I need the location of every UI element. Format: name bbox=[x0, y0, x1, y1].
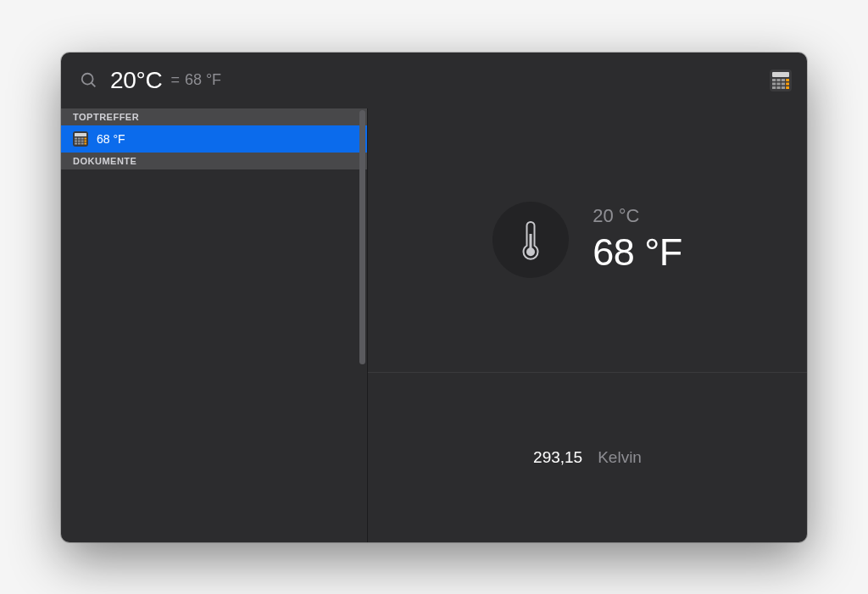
thermometer-icon-circle bbox=[492, 202, 569, 278]
svg-rect-20 bbox=[81, 137, 84, 139]
svg-rect-18 bbox=[75, 137, 77, 139]
svg-rect-12 bbox=[772, 86, 776, 89]
svg-rect-9 bbox=[776, 82, 780, 85]
thermometer-icon bbox=[520, 219, 541, 261]
calculator-app-icon bbox=[770, 69, 792, 92]
search-query-text[interactable]: 20°C bbox=[110, 67, 162, 94]
svg-rect-19 bbox=[78, 137, 81, 139]
preview-additional-conversion: 293,15 Kelvin bbox=[368, 373, 807, 542]
search-bar[interactable]: 20°C = 68 °F bbox=[61, 53, 807, 108]
svg-rect-22 bbox=[75, 140, 77, 142]
svg-rect-5 bbox=[776, 79, 780, 81]
result-item-label: 68 °F bbox=[97, 132, 125, 146]
kelvin-value: 293,15 bbox=[533, 448, 582, 467]
svg-rect-10 bbox=[782, 82, 785, 85]
section-header-toptreffer: TOPTREFFER bbox=[61, 108, 367, 125]
svg-rect-7 bbox=[786, 79, 789, 81]
svg-point-0 bbox=[82, 73, 93, 84]
input-temperature: 20 °C bbox=[593, 205, 682, 227]
svg-rect-17 bbox=[75, 133, 86, 136]
svg-rect-15 bbox=[786, 86, 789, 89]
preview-panel: 20 °C 68 °F 293,15 Kelvin bbox=[368, 108, 807, 542]
svg-rect-14 bbox=[782, 86, 785, 89]
output-temperature: 68 °F bbox=[593, 230, 682, 275]
result-item-top-hit[interactable]: 68 °F bbox=[61, 125, 367, 153]
svg-rect-6 bbox=[782, 79, 785, 81]
svg-rect-3 bbox=[772, 72, 789, 77]
preview-main-conversion: 20 °C 68 °F bbox=[368, 108, 807, 373]
calculator-icon bbox=[73, 131, 88, 147]
svg-rect-27 bbox=[78, 142, 81, 144]
search-icon bbox=[80, 71, 98, 90]
svg-rect-31 bbox=[530, 234, 532, 251]
svg-rect-26 bbox=[75, 142, 77, 144]
svg-rect-21 bbox=[84, 137, 86, 139]
kelvin-unit-label: Kelvin bbox=[598, 448, 642, 467]
svg-rect-29 bbox=[84, 142, 86, 144]
spotlight-window: 20°C = 68 °F TOPTREFFER bbox=[61, 53, 807, 542]
svg-rect-24 bbox=[81, 140, 84, 142]
section-header-dokumente: DOKUMENTE bbox=[61, 153, 367, 169]
search-inline-result: 68 °F bbox=[185, 71, 221, 89]
results-sidebar: TOPTREFFER bbox=[61, 108, 368, 542]
svg-line-1 bbox=[92, 82, 96, 86]
svg-rect-13 bbox=[776, 86, 780, 89]
sidebar-scrollbar[interactable] bbox=[359, 110, 365, 364]
svg-rect-28 bbox=[81, 142, 84, 144]
svg-rect-8 bbox=[772, 82, 776, 85]
svg-rect-4 bbox=[772, 79, 776, 81]
content-area: TOPTREFFER bbox=[61, 108, 807, 542]
search-equals-symbol: = bbox=[170, 71, 180, 89]
svg-rect-23 bbox=[78, 140, 81, 142]
svg-rect-11 bbox=[786, 82, 789, 85]
svg-rect-25 bbox=[84, 140, 86, 142]
